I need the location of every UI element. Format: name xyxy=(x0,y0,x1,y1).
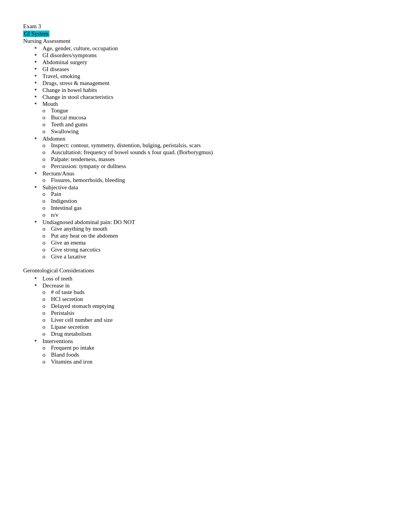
bullet-icon: ■ xyxy=(35,60,41,63)
sub-list: oInspect: contour, symmetry, distention,… xyxy=(42,142,387,170)
list-item-text: Drugs, stress & management xyxy=(42,80,387,87)
bullet-icon: ■ xyxy=(35,74,41,77)
sub-list-item-text: Put any heat on the abdomen xyxy=(51,233,118,239)
sub-list-item-text: Frequent po intake xyxy=(51,345,94,351)
sub-list-item: oTeeth and gums xyxy=(42,121,387,128)
sub-list-item: oInspect: contour, symmetry, distention,… xyxy=(42,142,387,149)
list-item: ■Drugs, stress & management xyxy=(35,80,387,87)
bullet-icon: ■ xyxy=(35,67,41,70)
sub-bullet: o xyxy=(42,191,49,197)
sub-list-item: oVitamins and iron xyxy=(42,359,387,365)
sub-list-item-text: Give a laxative xyxy=(51,253,86,260)
sub-list-item-text: HCl secretion xyxy=(51,296,83,303)
list-item: ■MouthoTongueoBuccal mucosaoTeeth and gu… xyxy=(35,101,387,135)
sub-bullet: o xyxy=(42,149,49,156)
sub-bullet: o xyxy=(42,359,49,365)
sub-list-item: on/v xyxy=(42,212,387,218)
sub-list-item-text: Lipase secretion xyxy=(51,324,89,330)
bullet-icon: ■ xyxy=(35,46,41,49)
list-item-text: MouthoTongueoBuccal mucosaoTeeth and gum… xyxy=(42,101,387,135)
sub-bullet: o xyxy=(42,317,49,323)
sub-list-item: oLipase secretion xyxy=(42,324,387,330)
list-item-text: InterventionsoFrequent po intakeoBland f… xyxy=(42,338,387,365)
sub-bullet: o xyxy=(42,212,49,218)
sub-bullet: o xyxy=(42,121,49,128)
bullet-icon: ■ xyxy=(35,171,41,175)
sub-list-item: oGive an enema xyxy=(42,240,387,246)
sub-list-item-text: Fissures, hemorrhoids, bleeding xyxy=(51,177,125,184)
sub-bullet: o xyxy=(42,253,49,260)
bullet-icon: ■ xyxy=(35,276,41,280)
list-item: ■Rectum/AnusoFissures, hemorrhoids, blee… xyxy=(35,170,387,184)
sub-list-item-text: Swallowing xyxy=(51,128,79,135)
bullet-icon: ■ xyxy=(35,220,41,223)
list-item-text: Undiagnosed abdominal pain: DO NOToGive … xyxy=(42,219,387,260)
sub-bullet: o xyxy=(42,240,49,246)
sub-list-item-text: Give anything by mouth xyxy=(51,226,107,232)
bullet-icon: ■ xyxy=(35,53,41,56)
sub-list-item: oAuscultation: frequency of bowel sounds… xyxy=(42,149,387,156)
list-item-text: Subjective dataoPainoIndigestionoIntesti… xyxy=(42,184,387,219)
sub-list-item-text: Delayed stomach emptying xyxy=(51,303,114,309)
sub-list-item-text: Indigestion xyxy=(51,198,77,204)
sub-list-item: oFrequent po intake xyxy=(42,345,387,351)
sub-list-item: oPain xyxy=(42,191,387,197)
list-item-text: AbdomenoInspect: contour, symmetry, dist… xyxy=(42,136,387,170)
sub-bullet: o xyxy=(42,114,49,121)
list-item: ■GI disorders/symptoms xyxy=(35,52,387,59)
sub-bullet: o xyxy=(42,142,49,149)
sub-bullet: o xyxy=(42,198,49,204)
sub-list-item: oHCl secretion xyxy=(42,296,387,303)
sub-list-item: oIndigestion xyxy=(42,198,387,204)
page-container: Exam 3 GI System Nursing Assessment ■Age… xyxy=(23,23,387,365)
list-item-text: Rectum/AnusoFissures, hemorrhoids, bleed… xyxy=(42,170,387,184)
list-item: ■InterventionsoFrequent po intakeoBland … xyxy=(35,338,387,365)
sub-list-item-text: Give an enema xyxy=(51,240,86,246)
list-item-text: Travel, smoking xyxy=(42,73,387,80)
sub-list-item: oIntestinal gas xyxy=(42,205,387,211)
sub-list-item: oLiver cell number and size xyxy=(42,317,387,323)
list-item: ■Travel, smoking xyxy=(35,73,387,80)
sub-bullet: o xyxy=(42,296,49,303)
sub-list-item-text: Palpate: tenderness, masses xyxy=(51,156,115,163)
sub-list-item-text: n/v xyxy=(51,212,58,218)
gi-system-title: GI System xyxy=(23,31,49,37)
list-item-text: Change in stool characteristics xyxy=(42,94,387,100)
list-item: ■Undiagnosed abdominal pain: DO NOToGive… xyxy=(35,219,387,260)
sub-bullet: o xyxy=(42,163,49,170)
sub-bullet: o xyxy=(42,324,49,330)
sub-bullet: o xyxy=(42,233,49,239)
bullet-icon: ■ xyxy=(35,185,41,189)
sub-bullet: o xyxy=(42,352,49,358)
sub-list-item: oBuccal mucosa xyxy=(42,114,387,121)
sub-list-item-text: Peristalsis xyxy=(51,310,75,316)
sub-bullet: o xyxy=(42,156,49,163)
list-item: ■Change in stool characteristics xyxy=(35,94,387,100)
sub-list-item: oGive anything by mouth xyxy=(42,226,387,232)
sub-list-item-text: Tongue xyxy=(51,107,68,114)
sub-list-item: oFissures, hemorrhoids, bleeding xyxy=(42,177,387,184)
sub-list: oPainoIndigestionoIntestinal gason/v xyxy=(42,191,387,218)
sub-list-item: oPercussion: tympany or dullness xyxy=(42,163,387,170)
list-item: ■Age, gender, culture, occupation xyxy=(35,45,387,52)
list-item-text: Age, gender, culture, occupation xyxy=(42,45,387,52)
sub-list-item-text: Give strong narcotics xyxy=(51,246,100,253)
sub-list-item-text: Inspect: contour, symmetry, distention, … xyxy=(51,142,201,149)
bullet-icon: ■ xyxy=(35,81,41,84)
sub-list-item-text: Auscultation: frequency of bowel sounds … xyxy=(51,149,213,156)
sub-bullet: o xyxy=(42,128,49,135)
sub-list-item: oSwallowing xyxy=(42,128,387,135)
sub-list: oTongueoBuccal mucosaoTeeth and gumsoSwa… xyxy=(42,107,387,135)
sub-list-item: oGive strong narcotics xyxy=(42,246,387,253)
nursing-list: ■Age, gender, culture, occupation■GI dis… xyxy=(23,45,387,260)
sub-bullet: o xyxy=(42,303,49,309)
sub-list-item-text: # of taste buds xyxy=(51,289,85,296)
sub-list-item: oBland foods xyxy=(42,352,387,358)
list-item-text: Decrease ino# of taste budsoHCl secretio… xyxy=(42,282,387,338)
sub-bullet: o xyxy=(42,310,49,316)
bullet-icon: ■ xyxy=(35,95,41,98)
sub-bullet: o xyxy=(42,177,49,184)
list-item-text: GI disorders/symptoms xyxy=(42,52,387,59)
sub-list-item: oDrug metabolism xyxy=(42,331,387,337)
sub-list-item-text: Buccal mucosa xyxy=(51,114,86,121)
